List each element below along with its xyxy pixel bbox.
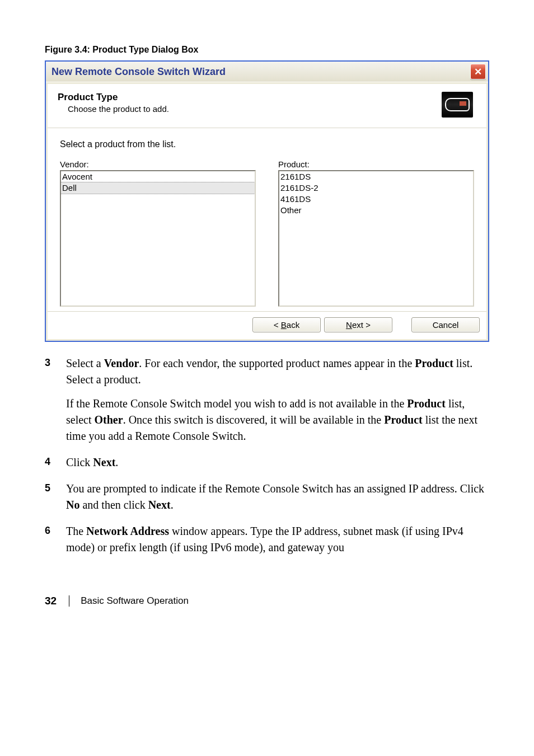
back-button-underline: B [281, 320, 287, 330]
dialog-instruction: Select a product from the list. [60, 139, 474, 149]
step-number: 3 [45, 355, 66, 444]
next-button[interactable]: Next > [324, 317, 392, 332]
step-text: Select a Vendor. For each vendor, the su… [66, 355, 489, 444]
product-listbox[interactable]: 2161DS 2161DS-2 4161DS Other [278, 170, 474, 307]
product-label: Product: [278, 159, 474, 169]
step-number: 4 [45, 454, 66, 471]
close-button[interactable]: ✕ [470, 64, 486, 79]
list-item[interactable]: 2161DS-2 [279, 182, 473, 194]
figure-caption: Figure 3.4: Product Type Dialog Box [45, 45, 489, 55]
footer-section: Basic Software Operation [69, 595, 189, 607]
list-item[interactable]: 4161DS [279, 194, 473, 205]
step-text: You are prompted to indicate if the Remo… [66, 481, 489, 513]
dialog-title: New Remote Console Switch Wizard [51, 66, 226, 78]
back-button-post: ack [287, 320, 299, 330]
cancel-button[interactable]: Cancel [411, 317, 480, 332]
step-number: 5 [45, 481, 66, 513]
list-item[interactable]: 2161DS [279, 171, 473, 182]
vendor-label: Vendor: [60, 159, 256, 169]
dialog-title-bar: New Remote Console Switch Wizard ✕ [46, 62, 488, 82]
dialog-body: Product Type Choose the product to add. … [48, 84, 486, 339]
dialog-header-section: Product Type Choose the product to add. [48, 84, 486, 128]
close-icon: ✕ [474, 67, 482, 77]
list-item[interactable]: Dell [60, 182, 255, 194]
list-item[interactable]: Avocent [61, 171, 255, 182]
step-text: Click Next. [66, 454, 118, 471]
list-item[interactable]: Other [279, 205, 473, 216]
next-button-post: ext > [352, 320, 371, 330]
dialog-header-subtitle: Choose the product to add. [58, 104, 169, 114]
next-button-underline: N [346, 320, 352, 330]
dialog-window: New Remote Console Switch Wizard ✕ Produ… [45, 60, 489, 342]
page-footer: 32 Basic Software Operation [45, 595, 489, 607]
step-text: The Network Address window appears. Type… [66, 523, 489, 556]
vendor-listbox[interactable]: Avocent Dell [60, 170, 256, 307]
back-button[interactable]: < Back [252, 317, 321, 332]
step-number: 6 [45, 523, 66, 556]
switch-device-icon [442, 92, 473, 118]
back-button-pre: < [274, 320, 281, 330]
dialog-header-title: Product Type [58, 92, 169, 103]
page-number: 32 [45, 595, 57, 607]
dialog-footer: < Back Next > Cancel [48, 312, 486, 339]
